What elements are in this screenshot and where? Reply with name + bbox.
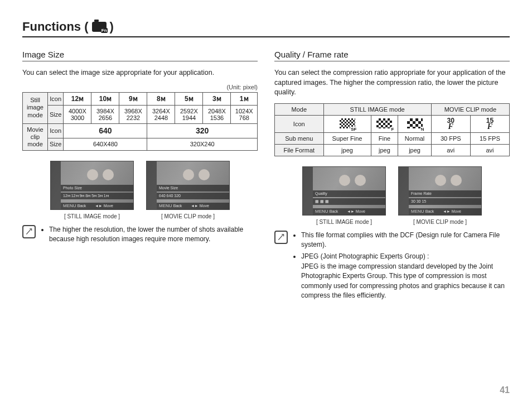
preview-quality-still: Quality ▦ ▦ ▦ MENU Back ◄► Move [302, 166, 386, 216]
image-size-table: Still image mode Icon 12ᴍ 10ᴍ 9ᴍ 8ᴍ 5ᴍ 3… [22, 92, 258, 151]
caption-movie: [ MOVIE CLIP mode ] [146, 213, 230, 219]
fps-icon-30: 30F [431, 115, 470, 132]
still-size-0: 4000X 3000 [64, 105, 91, 123]
strip-options: 640 640 320 [157, 193, 229, 199]
fmt-4: avi [470, 144, 509, 156]
preview-movie-mode: Movie Size 640 640 320 MENU Back ◄► Move [146, 161, 230, 210]
page-number: 41 [500, 385, 510, 395]
movie-icon-640: 640 [64, 123, 147, 138]
movie-size-320: 320X240 [147, 138, 258, 150]
left-column: Image Size You can select the image size… [22, 50, 258, 303]
still-size-5: 2048X 1536 [203, 105, 231, 123]
intro-quality: You can select the compression ratio app… [274, 68, 510, 98]
sub-3: 30 FPS [431, 132, 470, 144]
still-icon-10m: 10ᴍ [91, 92, 119, 105]
movie-icon-320: 320 [147, 123, 258, 138]
fmt-1: jpeg [371, 144, 398, 156]
r-sub: Sub menu [275, 132, 324, 144]
still-size-3: 3264X 2448 [147, 105, 175, 123]
still-icon-3m: 3ᴍ [203, 92, 231, 105]
preview-still-mode: Photo Size 12ᴍ 12ᴍ 9ᴍ 8ᴍ 5ᴍ 3ᴍ 1ᴍ MENU B… [50, 161, 134, 210]
fps-icon-15: 15F [470, 115, 509, 132]
unit-label: (Unit: pixel) [22, 84, 258, 90]
quality-icon-f: F [371, 115, 398, 132]
caption-movie: [ MOVIE CLIP mode ] [398, 219, 482, 225]
sub-4: 15 FPS [470, 132, 509, 144]
note-jpeg: JPEG (Joint Photographic Experts Group) … [301, 252, 510, 300]
still-icon-12m: 12ᴍ [64, 92, 91, 105]
fmt-0: jpeg [323, 144, 371, 156]
row-icon-label: Icon [48, 92, 64, 105]
page-title: Functions ( ) [22, 20, 510, 37]
row-icon-label-2: Icon [48, 123, 64, 138]
r-icon: Icon [275, 115, 324, 132]
title-prefix: Functions ( [22, 20, 89, 34]
quality-icon-sf: SF [323, 115, 371, 132]
note-icon [22, 225, 36, 238]
strip-label: Frame Rate [409, 190, 481, 197]
still-icon-1m: 1ᴍ [231, 92, 258, 105]
fmt-2: jpeg [398, 144, 431, 156]
note-dcf: This file format complies with the DCF (… [301, 231, 510, 250]
strip-label: Quality [313, 190, 385, 197]
title-suffix: ) [110, 20, 114, 34]
fmt-3: avi [431, 144, 470, 156]
group-still: Still image mode [23, 92, 48, 123]
still-size-6: 1024X 768 [231, 105, 258, 123]
r-fmt: File Format [275, 144, 324, 156]
strip-options: 12ᴍ 12ᴍ 9ᴍ 8ᴍ 5ᴍ 3ᴍ 1ᴍ [61, 193, 133, 199]
movie-size-640: 640X480 [64, 138, 147, 150]
right-column: Quality / Frame rate You can select the … [274, 50, 510, 303]
still-size-1: 3984X 2656 [91, 105, 119, 123]
camera-fn-icon [92, 22, 107, 32]
quality-table: Mode STILL IMAGE mode MOVIE CLIP mode Ic… [274, 103, 510, 156]
strip-options: 30 30 15 [409, 198, 481, 205]
h-mode: Mode [275, 103, 324, 115]
strip-label: Movie Size [157, 185, 229, 192]
group-movie: Movie clip mode [23, 123, 48, 151]
still-size-4: 2592X 1944 [175, 105, 203, 123]
strip-options: ▦ ▦ ▦ [313, 198, 385, 205]
strip-label: Photo Size [61, 185, 133, 192]
caption-still: [ STILL IMAGE mode ] [50, 213, 134, 219]
h-still: STILL IMAGE mode [323, 103, 431, 115]
still-size-2: 3968X 2232 [119, 105, 147, 123]
sub-0: Super Fine [323, 132, 371, 144]
h-movie: MOVIE CLIP mode [431, 103, 509, 115]
section-heading-image-size: Image Size [22, 50, 258, 61]
preview-quality-movie: Frame Rate 30 30 15 MENU Back ◄► Move [398, 166, 482, 216]
caption-still: [ STILL IMAGE mode ] [302, 219, 386, 225]
note-icon [274, 231, 288, 244]
note-text: The higher the resolution, the lower the… [49, 225, 258, 245]
section-heading-quality: Quality / Frame rate [274, 50, 510, 61]
quality-icon-n: N [398, 115, 431, 132]
still-icon-8m: 8ᴍ [147, 92, 175, 105]
sub-2: Normal [398, 132, 431, 144]
row-size-label-2: Size [48, 138, 64, 150]
intro-image-size: You can select the image size appropriat… [22, 68, 258, 78]
row-size-label: Size [48, 105, 64, 123]
sub-1: Fine [371, 132, 398, 144]
still-icon-9m: 9ᴍ [119, 92, 147, 105]
still-icon-5m: 5ᴍ [175, 92, 203, 105]
